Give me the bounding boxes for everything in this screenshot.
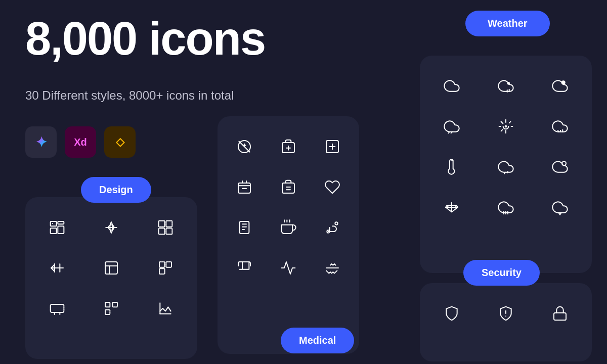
svg-rect-19 [51, 304, 64, 312]
design-icon-3 [138, 207, 192, 248]
weather-icon-9 [533, 147, 587, 187]
svg-line-59 [560, 130, 560, 132]
medical-icon-6 [310, 167, 354, 207]
design-icon-8 [84, 288, 139, 329]
security-icon-2 [479, 293, 533, 334]
weather-label: Weather [465, 11, 550, 36]
weather-icon-6 [533, 106, 587, 147]
medical-icon-11 [267, 248, 311, 288]
svg-rect-17 [166, 262, 171, 267]
svg-rect-40 [240, 221, 249, 234]
medical-icon-12 [310, 248, 354, 288]
svg-line-58 [558, 130, 558, 132]
medical-card [218, 116, 359, 354]
svg-rect-13 [105, 262, 117, 274]
medical-icon-1 [223, 126, 267, 167]
design-card [25, 197, 197, 359]
weather-icon-12 [533, 187, 587, 228]
svg-line-56 [501, 122, 503, 124]
weather-icon-4 [425, 106, 479, 147]
svg-rect-39 [282, 183, 294, 193]
svg-rect-7 [166, 221, 172, 227]
medical-icon-8 [267, 207, 311, 248]
medical-icon-3 [310, 126, 354, 167]
design-icon-5 [84, 248, 139, 288]
design-icon-4 [30, 248, 84, 288]
security-card [420, 283, 592, 361]
weather-icon-11 [479, 187, 533, 228]
security-icon-1 [425, 293, 479, 334]
svg-rect-9 [166, 228, 172, 234]
design-label: Design [81, 177, 151, 203]
subtitle: 30 Different styles, 8000+ icons in tota… [25, 88, 234, 103]
security-label: Security [463, 260, 540, 286]
medical-icon-2 [267, 126, 311, 167]
svg-point-57 [505, 126, 507, 127]
svg-point-48 [335, 222, 337, 224]
svg-point-53 [561, 80, 565, 84]
xd-icon: Xd [65, 126, 96, 158]
weather-card [420, 56, 592, 273]
svg-rect-6 [158, 221, 164, 227]
medical-icon-7 [223, 207, 267, 248]
weather-icon-3 [533, 66, 587, 106]
design-icon-9 [138, 288, 192, 329]
figma-icon: ✦ [25, 126, 57, 158]
design-icon-7 [30, 288, 84, 329]
weather-icon-5 [479, 106, 533, 147]
svg-rect-18 [159, 268, 165, 274]
svg-rect-24 [105, 310, 110, 314]
svg-rect-3 [58, 226, 64, 234]
medical-label: Medical [281, 328, 354, 353]
svg-rect-16 [159, 262, 165, 267]
weather-icon-10 [425, 187, 479, 228]
medical-icon-10 [223, 248, 267, 288]
sketch-icon: ◇ [104, 126, 136, 158]
svg-rect-22 [105, 302, 110, 307]
weather-icon-7 [425, 147, 479, 187]
svg-rect-23 [113, 302, 117, 307]
medical-icon-5 [267, 167, 311, 207]
svg-point-50 [507, 82, 510, 84]
weather-icon-8 [479, 147, 533, 187]
weather-icon-1 [425, 66, 479, 106]
security-icon-3 [533, 293, 587, 334]
design-icon-2 [84, 207, 139, 248]
weather-icon-2 [479, 66, 533, 106]
tool-icons-row: ✦ Xd ◇ [25, 126, 136, 158]
design-icon-6 [138, 248, 192, 288]
svg-rect-8 [158, 228, 164, 234]
svg-rect-69 [554, 313, 566, 321]
medical-icon-4 [223, 167, 267, 207]
svg-rect-0 [51, 221, 57, 226]
svg-rect-1 [58, 221, 64, 224]
medical-icon-9 [310, 207, 354, 248]
main-title: 8,000 icons [25, 15, 265, 62]
svg-rect-2 [51, 228, 57, 234]
design-icon-1 [30, 207, 84, 248]
